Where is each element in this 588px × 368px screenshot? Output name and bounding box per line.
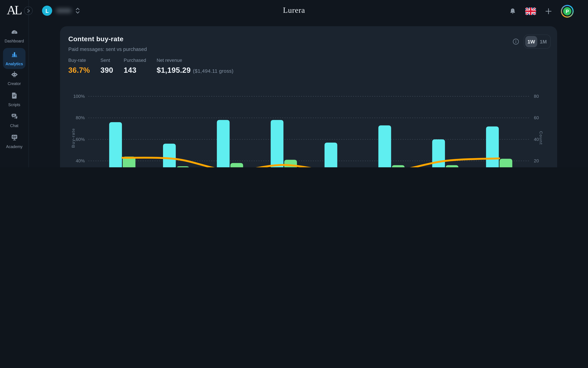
sidebar-item-analytics[interactable]: Analytics — [3, 48, 26, 69]
topbar: AL L Lurera — [0, 0, 588, 22]
gauge-icon — [10, 28, 18, 36]
card-subtitle: Paid messages: sent vs purchased — [68, 46, 147, 52]
user-avatar[interactable]: P — [561, 5, 574, 18]
video-screen-icon — [10, 133, 18, 141]
stat-sent: Sent 390 — [100, 58, 113, 75]
page-title: Lurera — [0, 6, 588, 15]
svg-text:20: 20 — [534, 158, 539, 163]
gross-note: ($1,494.11 gross) — [193, 68, 233, 74]
svg-text:80: 80 — [534, 94, 539, 99]
svg-text:60%: 60% — [76, 137, 85, 142]
svg-text:100%: 100% — [73, 94, 85, 99]
info-icon[interactable] — [512, 38, 519, 45]
stat-buy-rate: Buy-rate 36.7% — [68, 58, 90, 75]
sidebar-divider — [28, 0, 29, 167]
svg-text:60: 60 — [534, 115, 539, 120]
buy-rate-chart[interactable]: 100%8080%6060%4040%2020%0Thu 9Fri 10Sat … — [67, 83, 550, 167]
analytics-dashboard: AL L Lurera — [0, 0, 588, 167]
range-option-1m[interactable]: 1M — [537, 36, 549, 47]
sidebar-item-creator[interactable]: Creator — [2, 71, 26, 86]
svg-text:40%: 40% — [76, 158, 85, 163]
robot-icon — [10, 71, 18, 78]
language-flag-uk-icon[interactable] — [525, 8, 536, 15]
sidebar-item-scripts[interactable]: Scripts — [2, 92, 26, 107]
range-option-1w[interactable]: 1W — [525, 36, 537, 47]
time-range-toggle: 1W 1M — [524, 34, 551, 49]
sidebar-item-dashboard[interactable]: Dashboard — [2, 28, 26, 43]
notifications-bell-icon[interactable] — [509, 7, 517, 15]
stat-purchased: Purchased 143 — [124, 58, 146, 75]
content-buy-rate-card: Content buy-rate Paid messages: sent vs … — [60, 26, 557, 167]
sidebar-item-chat[interactable]: Chat — [2, 112, 26, 128]
topbar-actions: P — [509, 0, 574, 22]
add-plus-icon[interactable] — [545, 8, 552, 15]
buy-rate-stats: Buy-rate 36.7% Sent 390 Purchased 143 Ne… — [68, 58, 233, 75]
svg-text:40: 40 — [534, 137, 539, 142]
document-icon — [10, 92, 18, 99]
svg-text:80%: 80% — [76, 115, 85, 120]
card-title: Content buy-rate — [68, 35, 123, 43]
buy-rate-controls: 1W 1M — [512, 34, 551, 49]
sidebar-item-academy[interactable]: Academy — [2, 133, 26, 149]
chat-bubbles-icon — [10, 112, 18, 120]
bar-chart-icon — [10, 51, 18, 58]
stat-net-revenue: Net revenue $1,195.29($1,494.11 gross) — [157, 58, 233, 75]
